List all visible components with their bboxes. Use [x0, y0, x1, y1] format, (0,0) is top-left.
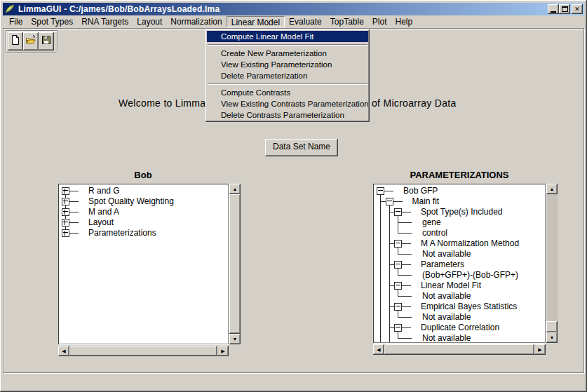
- right-tree-horizontal-scrollbar[interactable]: ◀ ▶: [373, 344, 546, 355]
- tree-expand-box[interactable]: [62, 229, 69, 237]
- open-folder-button[interactable]: [23, 32, 39, 50]
- scroll-up-arrow[interactable]: ▲: [229, 184, 241, 194]
- tree-row[interactable]: Layout: [59, 217, 228, 228]
- tree-item-label[interactable]: Parameters: [421, 259, 464, 269]
- tree-item-label[interactable]: gene: [422, 217, 441, 227]
- tree-expand-box[interactable]: [62, 208, 69, 216]
- tree-row[interactable]: Spot Type(s) Included: [374, 207, 545, 217]
- scrollbar-trough[interactable]: [69, 346, 217, 356]
- tree-row[interactable]: Empirical Bayes Statistics: [374, 302, 545, 312]
- tree-item-label[interactable]: Not available: [422, 249, 471, 259]
- tree-item-label[interactable]: M and A: [88, 207, 119, 217]
- tree-item-label[interactable]: Spot Quality Weighting: [88, 196, 174, 206]
- tree-row[interactable]: Not available: [374, 333, 545, 343]
- menu-item-create-new-parameterization[interactable]: Create New Parameterization: [207, 48, 368, 59]
- tree-expand-box[interactable]: [62, 198, 69, 205]
- scroll-right-arrow[interactable]: ▶: [217, 346, 229, 356]
- tree-item-label[interactable]: M A Normalization Method: [421, 238, 519, 248]
- menu-item-compute-contrasts[interactable]: Compute Contrasts: [207, 87, 368, 98]
- menubar-item-evaluate[interactable]: Evaluate: [285, 16, 326, 27]
- tree-row[interactable]: Duplicate Correlation: [374, 323, 545, 333]
- tree-row[interactable]: Main fit: [374, 196, 545, 207]
- title-bar[interactable]: LimmaGUI - C:/james/Bob/BobArraysLoaded.…: [3, 3, 584, 15]
- scrollbar-trough[interactable]: [546, 194, 558, 332]
- tree-item-label[interactable]: Bob GFP: [403, 186, 438, 196]
- menu-item-delete-parameterization[interactable]: Delete Parameterization: [207, 70, 368, 81]
- tree-row[interactable]: M and A: [59, 207, 228, 217]
- menu-item-view-existing-parameterization[interactable]: View Existing Parameterization: [207, 59, 368, 70]
- data-set-name-button[interactable]: Data Set Name: [265, 139, 338, 156]
- scrollbar-trough[interactable]: [229, 194, 241, 334]
- menubar-item-layout[interactable]: Layout: [133, 16, 166, 27]
- scroll-up-arrow[interactable]: ▲: [546, 184, 558, 194]
- menubar-item-linear-model[interactable]: Linear Model: [227, 16, 285, 27]
- tree-item-label[interactable]: Not available: [422, 291, 471, 301]
- tree-collapse-box[interactable]: [394, 324, 402, 332]
- menubar-item-file[interactable]: File: [5, 16, 27, 27]
- tree-row[interactable]: Spot Quality Weighting: [59, 196, 228, 207]
- menu-item-delete-contrasts-parameterization[interactable]: Delete Contrasts Parameterization: [207, 109, 368, 121]
- tree-item-label[interactable]: Main fit: [412, 196, 440, 206]
- tree-item-label[interactable]: Not available: [422, 333, 471, 343]
- tree-expand-box[interactable]: [62, 219, 69, 227]
- tree-collapse-box[interactable]: [377, 187, 384, 195]
- right-tree-vertical-scrollbar[interactable]: ▲ ▼: [546, 184, 558, 343]
- tree-row[interactable]: control: [374, 228, 545, 238]
- save-floppy-button[interactable]: [39, 32, 54, 50]
- left-tree-horizontal-scrollbar[interactable]: ◀ ▶: [58, 346, 229, 356]
- tree-item-label[interactable]: Layout: [88, 217, 114, 227]
- tree-collapse-box[interactable]: [394, 303, 402, 311]
- new-document-button[interactable]: [8, 32, 23, 50]
- menubar-item-help[interactable]: Help: [391, 16, 417, 27]
- scroll-left-arrow[interactable]: ◀: [373, 344, 384, 355]
- tree-row[interactable]: gene: [374, 217, 545, 228]
- scrollbar-trough[interactable]: [384, 344, 534, 355]
- scroll-right-arrow[interactable]: ▶: [534, 344, 546, 355]
- tree-item-label[interactable]: Duplicate Correlation: [421, 323, 499, 332]
- parameterizations-tree[interactable]: Bob GFPMain fitSpot Type(s) Includedgene…: [373, 184, 546, 343]
- scrollbar-thumb[interactable]: [546, 321, 558, 332]
- menu-item-view-existing-contrasts-parameterization[interactable]: View Existing Contrasts Parameterization: [207, 98, 368, 109]
- menubar-item-normalization[interactable]: Normalization: [166, 16, 226, 27]
- scrollbar-thumb[interactable]: [229, 194, 241, 334]
- tree-collapse-box[interactable]: [394, 208, 402, 216]
- tree-collapse-box[interactable]: [394, 240, 402, 248]
- close-button[interactable]: ✕: [572, 4, 583, 14]
- tree-item-label[interactable]: (Bob+GFP+)-(Bob-GFP+): [422, 270, 518, 280]
- menubar-item-plot[interactable]: Plot: [368, 16, 391, 27]
- tree-row[interactable]: Not available: [374, 249, 545, 259]
- tree-expand-box[interactable]: [62, 187, 69, 195]
- tree-item-label[interactable]: Empirical Bayes Statistics: [421, 302, 517, 311]
- scrollbar-thumb[interactable]: [69, 346, 217, 356]
- tree-collapse-box[interactable]: [394, 261, 402, 269]
- tree-row[interactable]: Not available: [374, 312, 545, 323]
- minimize-button[interactable]: [548, 4, 559, 14]
- left-tree-vertical-scrollbar[interactable]: ▲ ▼: [229, 184, 241, 344]
- tree-row[interactable]: Linear Model Fit: [374, 281, 545, 291]
- tree-item-label[interactable]: control: [422, 228, 447, 238]
- tree-row[interactable]: R and G: [59, 186, 228, 196]
- tree-item-label[interactable]: Not available: [422, 312, 471, 322]
- tree-row[interactable]: Parameterizations: [59, 228, 228, 238]
- menu-item-compute-linear-model-fit[interactable]: Compute Linear Model Fit: [207, 31, 368, 42]
- scrollbar-thumb[interactable]: [384, 344, 534, 355]
- scroll-down-arrow[interactable]: ▼: [546, 332, 558, 343]
- tree-row[interactable]: Parameters: [374, 259, 545, 270]
- tree-item-label[interactable]: Spot Type(s) Included: [421, 207, 503, 217]
- menubar-item-rna-targets[interactable]: RNA Targets: [77, 16, 133, 27]
- tree-row[interactable]: M A Normalization Method: [374, 238, 545, 249]
- dataset-tree[interactable]: R and GSpot Quality WeightingM and ALayo…: [58, 184, 229, 344]
- maximize-button[interactable]: [559, 4, 570, 14]
- app-feather-icon[interactable]: [5, 4, 15, 14]
- menubar-item-toptable[interactable]: TopTable: [326, 16, 368, 27]
- scroll-left-arrow[interactable]: ◀: [58, 346, 69, 356]
- tree-collapse-box[interactable]: [386, 198, 393, 205]
- tree-item-label[interactable]: R and G: [88, 186, 120, 196]
- tree-collapse-box[interactable]: [394, 282, 402, 290]
- menubar-item-spot-types[interactable]: Spot Types: [27, 16, 77, 27]
- tree-row[interactable]: (Bob+GFP+)-(Bob-GFP+): [374, 270, 545, 281]
- tree-row[interactable]: Bob GFP: [374, 186, 545, 196]
- tree-row[interactable]: Not available: [374, 291, 545, 302]
- scroll-down-arrow[interactable]: ▼: [229, 334, 241, 344]
- tree-item-label[interactable]: Linear Model Fit: [421, 281, 481, 290]
